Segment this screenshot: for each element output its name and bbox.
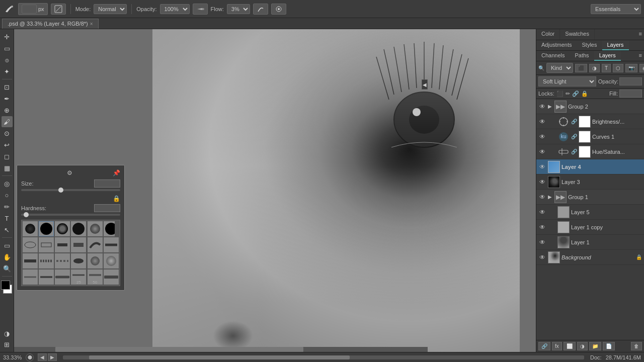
brush-preset-15[interactable]: [55, 253, 70, 268]
eraser-tool[interactable]: ◻: [2, 151, 13, 162]
hardness-slider-track[interactable]: [21, 214, 120, 216]
filter-shape-btn[interactable]: ⬡: [613, 64, 623, 72]
flow-select[interactable]: 3%: [227, 4, 250, 14]
brush-preset-10[interactable]: [71, 237, 86, 252]
hand-tool[interactable]: ✋: [2, 251, 13, 262]
brush-preset-9[interactable]: [55, 237, 70, 252]
zoom-options-btn[interactable]: ⬤: [26, 353, 34, 361]
bottom-scrollbar[interactable]: [63, 355, 584, 359]
visibility-curves1[interactable]: 👁: [538, 133, 546, 140]
layer-item-layer1[interactable]: 👁 Layer 1: [536, 235, 644, 250]
move-tool[interactable]: ✛: [2, 31, 13, 42]
delete-layer-btn[interactable]: 🗑: [631, 342, 642, 350]
new-layer-btn[interactable]: 📄: [603, 342, 615, 350]
canvas-image[interactable]: [152, 29, 520, 352]
brush-preset-21[interactable]: [55, 269, 70, 285]
layer-item-layer1copy[interactable]: 👁 Layer 1 copy: [536, 220, 644, 235]
layer-item-layer3[interactable]: 👁 Layer 3: [536, 174, 644, 190]
pen-tool[interactable]: ✏: [2, 201, 13, 212]
mode-select[interactable]: Normal: [94, 4, 127, 14]
brush-shape-btn[interactable]: [51, 4, 66, 15]
brush-preset-2[interactable]: [39, 221, 54, 236]
opacity-select[interactable]: 100%: [160, 4, 190, 14]
popup-settings-btn[interactable]: ⚙: [67, 169, 72, 176]
layer-item-brightness[interactable]: 👁 🔗 Brightness/...: [536, 114, 644, 129]
tab-close-btn[interactable]: ×: [90, 21, 93, 27]
history-brush-tool[interactable]: ↩: [2, 139, 13, 150]
layers-panel-options[interactable]: ≡: [637, 51, 644, 61]
sub-tab-styles[interactable]: Styles: [577, 40, 602, 50]
brush-preset-19[interactable]: [23, 269, 38, 285]
panel-options-btn[interactable]: ≡: [637, 29, 644, 40]
lock-position-icon[interactable]: ✏: [566, 90, 570, 97]
gradient-tool[interactable]: ▦: [2, 162, 13, 173]
visibility-layer5[interactable]: 👁: [538, 209, 546, 216]
visibility-brightness[interactable]: 👁: [538, 118, 546, 125]
brush-tool-icon[interactable]: [3, 3, 15, 15]
zoom-tool[interactable]: 🔍: [2, 263, 13, 274]
link-layers-btn[interactable]: 🔗: [538, 342, 550, 350]
visibility-background[interactable]: 👁: [538, 254, 546, 261]
brush-preset-13[interactable]: [23, 253, 38, 268]
size-slider-track[interactable]: [21, 189, 120, 191]
path-select-tool[interactable]: ↖: [2, 224, 13, 235]
layer-item-background[interactable]: 👁 Background 🔒: [536, 250, 644, 265]
layer-item-layer5[interactable]: 👁 Layer 5: [536, 205, 644, 220]
size-value-input[interactable]: 59 px: [94, 179, 120, 188]
hardness-value-input[interactable]: 0%: [94, 204, 120, 212]
color-swatches[interactable]: [0, 281, 14, 298]
visibility-huesat[interactable]: 👁: [538, 148, 546, 155]
brush-preset-5[interactable]: [88, 221, 103, 236]
group1-arrow[interactable]: ▶: [548, 194, 552, 200]
brush-tool[interactable]: 🖌: [2, 116, 13, 127]
brush-preset-11[interactable]: [88, 237, 103, 252]
brush-preset-7[interactable]: [23, 237, 38, 252]
tab-layers-main[interactable]: Layers: [594, 51, 621, 61]
popup-pin-btn[interactable]: 📌: [113, 169, 120, 176]
airbrush-btn[interactable]: [193, 4, 208, 15]
brush-preset-8[interactable]: [39, 237, 54, 252]
smoothing-btn[interactable]: [253, 4, 268, 15]
sub-tab-layers[interactable]: Layers: [602, 40, 629, 50]
clone-tool[interactable]: ⊙: [2, 128, 13, 139]
filter-adj-btn[interactable]: ◑: [589, 64, 600, 72]
tab-channels[interactable]: Channels: [536, 51, 570, 61]
visibility-group2[interactable]: 👁: [538, 103, 546, 110]
layer-kind-select[interactable]: Kind: [546, 63, 573, 73]
canvas-area[interactable]: ⚙ 📌 Size: 59 px 🔒 Hardness:: [14, 29, 536, 352]
pressure-btn[interactable]: [271, 4, 286, 15]
lock-all-icon[interactable]: 🔒: [581, 90, 588, 97]
rect-shape-tool[interactable]: ▭: [2, 240, 13, 251]
brush-preset-22[interactable]: 25: [71, 269, 86, 285]
magic-wand-tool[interactable]: ✦: [2, 66, 13, 77]
brush-preset-14[interactable]: [39, 253, 54, 268]
group2-arrow[interactable]: ▶: [548, 104, 552, 109]
document-tab[interactable]: .psd @ 33.3% (Layer 4, RGB/8*) ×: [2, 19, 99, 29]
filter-smart-btn[interactable]: 📷: [625, 64, 637, 72]
visibility-layer1copy[interactable]: 👁: [538, 224, 546, 231]
brush-preset-3[interactable]: [55, 221, 70, 236]
brush-preset-1[interactable]: [23, 221, 38, 236]
brush-preset-4[interactable]: [71, 221, 86, 236]
lock-artboard-icon[interactable]: 🔗: [572, 90, 579, 97]
brush-preset-24[interactable]: [104, 269, 119, 285]
layer-fx-btn[interactable]: fx: [552, 342, 562, 350]
size-preset-btn[interactable]: 🔒: [113, 195, 120, 202]
lock-pixels-icon[interactable]: ⬛: [556, 90, 564, 97]
horizontal-scrollbar[interactable]: [14, 347, 428, 352]
layer-item-curves1[interactable]: 👁 ku 🔗 Curves 1: [536, 129, 644, 144]
hardness-slider-thumb[interactable]: [24, 212, 29, 217]
brush-preset-18[interactable]: [104, 253, 119, 268]
brush-preset-20[interactable]: [39, 269, 54, 285]
size-slider-thumb[interactable]: [58, 188, 63, 193]
visibility-layer4[interactable]: 👁: [538, 163, 546, 170]
sub-tab-adjustments[interactable]: Adjustments: [536, 40, 577, 50]
nav-prev-btn[interactable]: ◀: [38, 353, 47, 361]
panel-collapse-btn[interactable]: ◀: [422, 79, 428, 89]
layer-item-huesat[interactable]: 👁 🔗 Hue/Satura...: [536, 144, 644, 159]
tab-paths[interactable]: Paths: [570, 51, 594, 61]
blend-mode-select[interactable]: Soft Light: [538, 76, 596, 86]
brush-preset-17[interactable]: [88, 253, 103, 268]
screen-mode-btn[interactable]: ⊞: [2, 339, 13, 350]
nav-play-btn[interactable]: ▶: [48, 353, 57, 361]
